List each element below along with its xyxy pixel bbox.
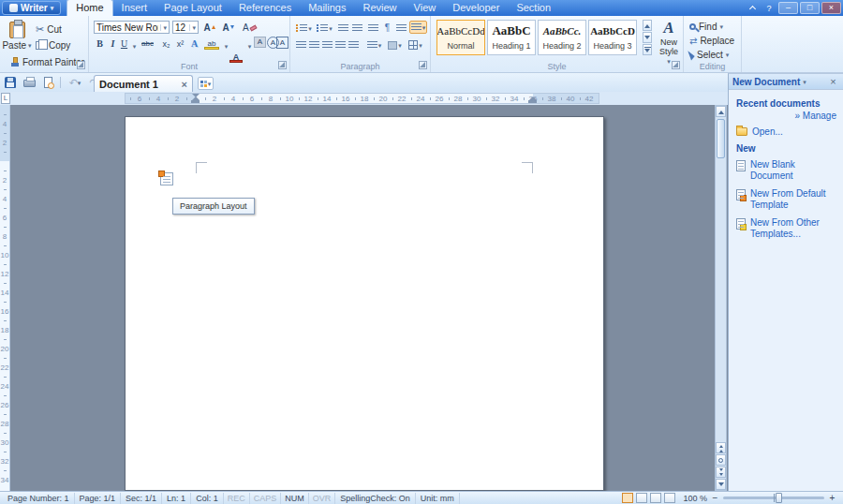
justify-button[interactable] xyxy=(334,38,347,52)
decrease-indent-button[interactable] xyxy=(337,22,349,35)
web-layout-view-button[interactable] xyxy=(650,493,661,503)
undo-button[interactable]: ↶▾ xyxy=(67,75,83,90)
font-dialog-launcher[interactable] xyxy=(278,61,287,69)
document-page[interactable]: Paragraph Layout xyxy=(125,116,604,491)
status-indicator-ovr[interactable]: OVR xyxy=(309,493,336,504)
new-document-option-1[interactable]: New From Default Template xyxy=(736,188,838,212)
maximize-button[interactable]: □ xyxy=(800,2,820,14)
print-layout-view-button[interactable] xyxy=(622,493,633,503)
align-center-button[interactable] xyxy=(308,38,320,52)
font-size-combobox[interactable]: 12▾ xyxy=(172,21,199,34)
open-link[interactable]: Open... xyxy=(736,126,838,139)
print-preview-button[interactable] xyxy=(39,75,56,90)
font-color-button[interactable]: A xyxy=(229,50,243,63)
vertical-scrollbar[interactable] xyxy=(715,105,727,491)
font-name-combobox[interactable]: Times New Roman▾ xyxy=(94,21,170,34)
status-indicator-rec[interactable]: REC xyxy=(224,493,250,504)
align-left-button[interactable] xyxy=(295,38,307,52)
borders-button[interactable]: ▾ xyxy=(407,38,424,52)
status-indicator-caps[interactable]: CAPS xyxy=(250,493,282,504)
outline-view-button[interactable] xyxy=(664,493,675,503)
tab-references[interactable]: References xyxy=(230,0,300,16)
app-menu-button[interactable]: Writer ▾ xyxy=(2,1,61,15)
spelling-status[interactable]: SpellingCheck: On xyxy=(335,493,416,504)
paragraph-layout-button[interactable] xyxy=(160,172,173,185)
style-item-heading-2[interactable]: AaBbCc.Heading 2 xyxy=(538,20,586,55)
line-spacing-button[interactable]: ▾ xyxy=(365,38,383,52)
text-effects-button[interactable]: A xyxy=(188,37,200,50)
select-button[interactable]: Select▾ xyxy=(689,49,729,61)
save-button[interactable] xyxy=(2,75,19,90)
style-gallery-more-button[interactable] xyxy=(643,44,652,55)
print-button[interactable] xyxy=(21,75,37,90)
left-indent-marker[interactable] xyxy=(191,100,200,103)
close-window-button[interactable]: × xyxy=(821,2,841,14)
character-border-button[interactable]: A xyxy=(276,37,288,49)
style-scroll-down-button[interactable] xyxy=(643,32,652,43)
zoom-in-button[interactable]: + xyxy=(827,493,837,503)
new-document-option-0[interactable]: New Blank Document xyxy=(736,159,838,183)
close-document-icon[interactable]: × xyxy=(182,80,187,89)
text-direction-button[interactable] xyxy=(395,22,407,35)
help-button[interactable]: ? xyxy=(762,2,776,14)
asian-layout-button[interactable]: ▾ xyxy=(409,21,427,34)
show-formatting-marks-button[interactable]: ¶ xyxy=(381,22,393,35)
distribute-button[interactable] xyxy=(348,38,360,52)
clear-formatting-button[interactable]: A xyxy=(243,21,257,34)
underline-options-button[interactable]: ▾ xyxy=(128,37,140,50)
numbering-button[interactable]: ▾ xyxy=(316,22,333,35)
grow-font-button[interactable]: A xyxy=(203,21,215,34)
style-item-normal[interactable]: AaBbCcDdNormal xyxy=(436,20,485,55)
character-shading-button[interactable]: A xyxy=(254,37,266,48)
close-pane-icon[interactable]: × xyxy=(827,77,839,87)
manage-link[interactable]: » Manage xyxy=(736,111,838,121)
style-item-heading-1[interactable]: AaBbCHeading 1 xyxy=(487,20,536,55)
align-right-button[interactable] xyxy=(321,38,333,52)
shrink-font-button[interactable]: A xyxy=(222,21,234,34)
zoom-out-button[interactable]: − xyxy=(710,493,720,503)
clipboard-dialog-launcher[interactable] xyxy=(77,61,85,69)
highlight-options-button[interactable]: ▾ xyxy=(220,37,232,50)
format-painter-button[interactable]: Format Painter xyxy=(9,56,84,68)
collapse-ribbon-button[interactable] xyxy=(745,2,760,14)
find-button[interactable]: Find▾ xyxy=(689,21,723,33)
superscript-button[interactable]: x² xyxy=(174,37,186,50)
select-browse-object-button[interactable] xyxy=(716,454,726,466)
bullets-button[interactable]: ▾ xyxy=(295,22,313,35)
tab-section[interactable]: Section xyxy=(508,0,559,16)
zoom-slider[interactable] xyxy=(723,497,824,499)
highlight-color-button[interactable]: ab xyxy=(204,37,219,50)
new-document-option-2[interactable]: New From Other Templates... xyxy=(736,217,838,241)
tab-insert[interactable]: Insert xyxy=(113,0,156,16)
vertical-ruler[interactable]: 42246810121416182022242628303234 xyxy=(0,105,10,491)
horizontal-ruler[interactable]: 6422468101214161820222426283032343638404… xyxy=(125,93,599,104)
scroll-up-button[interactable] xyxy=(716,106,726,117)
scrollbar-thumb[interactable] xyxy=(717,119,725,158)
shading-button[interactable]: ▾ xyxy=(386,38,404,52)
tab-mailings[interactable]: Mailings xyxy=(300,0,354,16)
document-tab[interactable]: Document 1 × xyxy=(94,75,193,92)
tab-review[interactable]: Review xyxy=(355,0,406,16)
paragraph-dialog-launcher[interactable] xyxy=(419,61,427,69)
status-indicator-num[interactable]: NUM xyxy=(281,493,309,504)
zoom-slider-thumb[interactable] xyxy=(776,493,782,503)
minimize-button[interactable]: – xyxy=(778,2,798,14)
style-dialog-launcher[interactable] xyxy=(672,61,680,69)
subscript-button[interactable]: x₂ xyxy=(160,37,172,50)
style-item-heading-3[interactable]: AaBbCcDHeading 3 xyxy=(588,20,637,55)
cut-button[interactable]: ✂Cut xyxy=(36,23,62,36)
scroll-down-button[interactable] xyxy=(716,479,726,490)
next-page-button[interactable] xyxy=(716,467,726,478)
tab-page-layout[interactable]: Page Layout xyxy=(155,0,230,16)
fullscreen-view-button[interactable] xyxy=(636,493,647,503)
style-scroll-up-button[interactable] xyxy=(643,20,652,31)
paste-button[interactable]: Paste▾ xyxy=(3,21,31,56)
increase-indent-button[interactable] xyxy=(351,22,363,35)
copy-button[interactable]: Copy xyxy=(36,39,70,52)
sort-button[interactable] xyxy=(367,22,379,35)
new-document-tab-button[interactable]: ▾ xyxy=(198,77,214,90)
replace-button[interactable]: ⇄Replace xyxy=(689,35,734,47)
task-pane-header[interactable]: New Document ▾ × xyxy=(729,74,843,90)
previous-page-button[interactable] xyxy=(716,442,726,453)
tab-developer[interactable]: Developer xyxy=(444,0,508,16)
